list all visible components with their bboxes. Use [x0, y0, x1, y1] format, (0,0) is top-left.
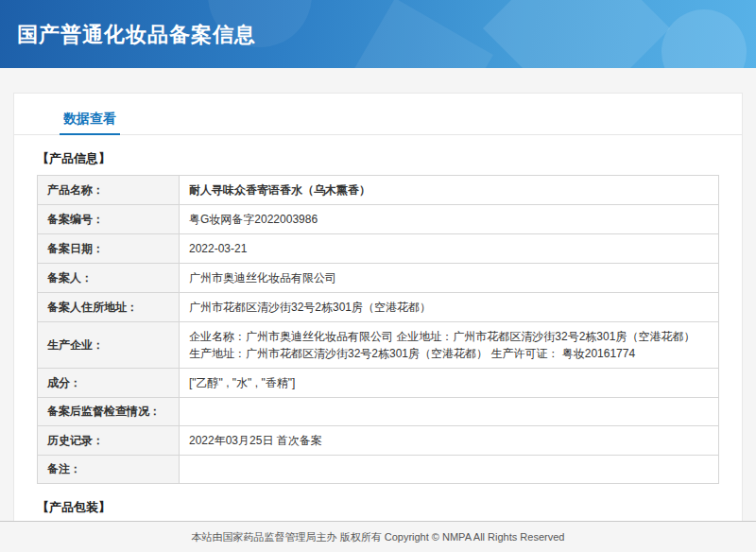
header-decoration	[338, 0, 493, 68]
row-label: 备案日期：	[38, 234, 180, 264]
row-label: 备案人住所地址：	[38, 293, 180, 322]
tab-data-view[interactable]: 数据查看	[60, 105, 120, 135]
header-decoration	[483, 0, 670, 68]
row-value: 广州市花都区清沙街32号2栋301房（空港花都）	[180, 293, 719, 322]
table-row: 备案人： 广州市奥迪丝化妆品有限公司	[38, 264, 719, 293]
table-row: 备案日期： 2022-03-21	[38, 234, 719, 264]
row-value: 2022年03月25日 首次备案	[180, 426, 719, 456]
content-card: 数据查看 【产品信息】 产品名称： 耐人寻味众香寄语香水（乌木熏香） 备案编号：…	[13, 93, 743, 552]
row-value: 粤G妆网备字2022003986	[180, 205, 719, 234]
row-value: 企业名称：广州市奥迪丝化妆品有限公司 企业地址：广州市花都区清沙街32号2栋30…	[180, 322, 719, 369]
table-row: 产品名称： 耐人寻味众香寄语香水（乌木熏香）	[38, 176, 719, 205]
table-row: 历史记录： 2022年03月25日 首次备案	[38, 426, 719, 456]
row-value	[180, 398, 719, 426]
footer-text: 本站由国家药品监督管理局主办 版权所有 Copyright © NMPA All…	[192, 531, 565, 543]
row-label: 历史记录：	[38, 426, 180, 456]
row-value: ["乙醇" , "水" , "香精"]	[180, 369, 719, 398]
row-label: 备案后监督检查情况：	[38, 398, 180, 426]
table-row: 生产企业： 企业名称：广州市奥迪丝化妆品有限公司 企业地址：广州市花都区清沙街3…	[38, 322, 719, 369]
row-value: 耐人寻味众香寄语香水（乌木熏香）	[180, 176, 719, 205]
row-label: 备案人：	[38, 264, 180, 293]
product-info-table: 产品名称： 耐人寻味众香寄语香水（乌木熏香） 备案编号： 粤G妆网备字20220…	[37, 175, 719, 484]
row-label: 备案编号：	[38, 205, 180, 234]
table-row: 备案编号： 粤G妆网备字2022003986	[38, 205, 719, 234]
table-row: 备案后监督检查情况：	[38, 398, 719, 426]
table-row: 备注：	[38, 456, 719, 484]
page-title: 国产普通化妆品备案信息	[17, 21, 256, 49]
row-value: 广州市奥迪丝化妆品有限公司	[180, 264, 719, 293]
table-row: 成分： ["乙醇" , "水" , "香精"]	[38, 369, 719, 398]
section-title-packaging: 【产品包装】	[37, 499, 719, 516]
table-row: 备案人住所地址： 广州市花都区清沙街32号2栋301房（空港花都）	[38, 293, 719, 322]
header-decoration	[662, 9, 747, 68]
page-header: 国产普通化妆品备案信息	[0, 0, 756, 68]
row-label: 备注：	[38, 456, 180, 484]
page-footer: 本站由国家药品监督管理局主办 版权所有 Copyright © NMPA All…	[0, 521, 756, 552]
row-label: 成分：	[38, 369, 180, 398]
row-value	[180, 456, 719, 484]
main-content: 【产品信息】 产品名称： 耐人寻味众香寄语香水（乌木熏香） 备案编号： 粤G妆网…	[14, 150, 742, 552]
section-title-product-info: 【产品信息】	[37, 150, 719, 167]
row-value: 2022-03-21	[180, 234, 719, 264]
row-label: 产品名称：	[38, 176, 180, 205]
tab-bar: 数据查看	[14, 94, 742, 135]
row-label: 生产企业：	[38, 322, 180, 369]
